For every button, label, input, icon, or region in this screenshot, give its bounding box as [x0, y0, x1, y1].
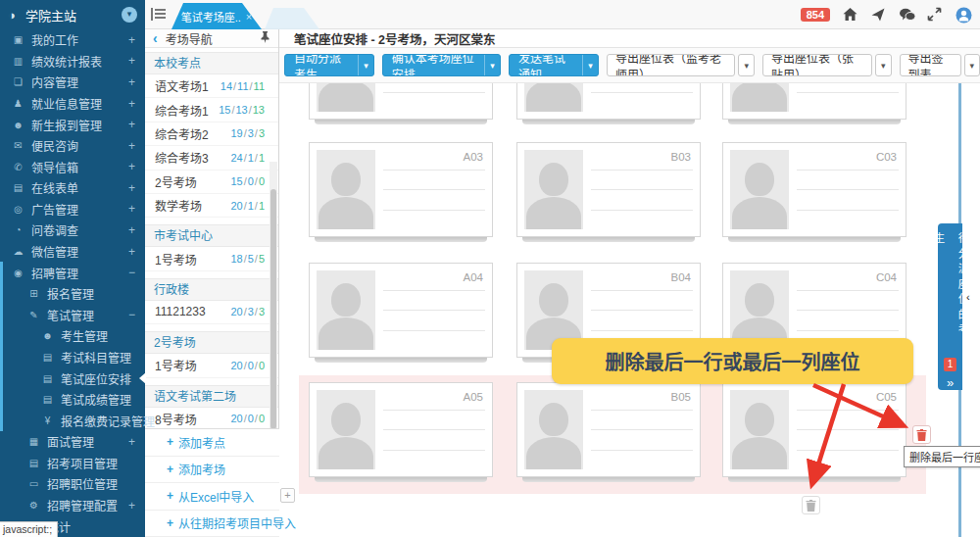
sidebar-item-seat-arrangement[interactable]: ▤笔试座位安排	[0, 367, 145, 389]
sidebar-item-wechat[interactable]: ☁微信管理+	[0, 241, 145, 263]
room-item[interactable]: 8号考场20/0/0	[145, 408, 278, 428]
import-from-past-projects-button[interactable]: +从往期招考项目中导入	[145, 511, 279, 537]
home-icon[interactable]	[842, 7, 858, 23]
sidebar-item-survey[interactable]: ◔问卷调查+	[0, 220, 145, 241]
add-room-button[interactable]: +添加考场	[145, 457, 279, 484]
seat-card[interactable]: C05	[722, 382, 906, 477]
caret-down-icon[interactable]: ▾	[964, 54, 980, 76]
seat-card[interactable]	[309, 83, 493, 120]
id-card-icon: ▭	[25, 478, 42, 489]
auto-assign-button[interactable]: 自动分派考生▾	[284, 54, 374, 76]
sidebar-item-leader-mailbox[interactable]: ✆领导信箱+	[0, 156, 145, 177]
sidebar-item-recruitment[interactable]: ◉招聘管理−	[0, 262, 145, 283]
caret-down-icon[interactable]: ▾	[484, 55, 500, 75]
pin-icon[interactable]	[260, 29, 270, 47]
seat-card[interactable]: A05	[309, 382, 493, 477]
room-item[interactable]: 综合考场219/3/3	[145, 122, 278, 146]
page-title: 笔试座位安排 - 2号考场，天河区棠东	[294, 29, 496, 48]
caret-down-icon[interactable]: ▾	[738, 54, 755, 76]
confirm-seating-button[interactable]: 确认本考场座位安排▾	[382, 54, 501, 76]
notification-badge[interactable]: 854	[801, 8, 830, 22]
sidebar-header[interactable]: ◑ 学院主站 ▾	[0, 0, 145, 29]
sidebar-item-performance-reports[interactable]: ▥绩效统计报表+	[0, 51, 145, 73]
export-seatmap-poster-button[interactable]: 导出座位表（张贴用）	[762, 54, 872, 76]
import-from-excel-button[interactable]: +从Excel中导入	[145, 483, 279, 511]
seat-card[interactable]: B05	[516, 382, 701, 477]
file-icon: ▤	[39, 373, 56, 384]
export-signin-sheet-button[interactable]: 导出签到表	[900, 54, 961, 76]
site-logo-icon: ◑	[8, 8, 25, 23]
expand-icon[interactable]	[927, 7, 944, 23]
sidebar-item-consult[interactable]: ✉便民咨询+	[0, 135, 145, 157]
sidebar-item-written-exam[interactable]: ✎笔试管理−	[0, 305, 145, 326]
close-icon[interactable]: ×	[246, 11, 252, 23]
tab-written-exam-seats[interactable]: 笔试考场座.. ×	[172, 3, 262, 29]
sidebar-item-exam-scores[interactable]: ▤笔试成绩管理	[0, 389, 145, 411]
sidebar-item-positions[interactable]: ▭招聘职位管理	[0, 473, 145, 495]
nav-scrollbar-thumb[interactable]	[270, 189, 276, 429]
seat-label: A03	[464, 151, 483, 163]
exam-room-nav-panel: ‹ 考场导航 本校考点 语文考场114/11/11 综合考场115/13/13 …	[145, 29, 279, 537]
sidebar-item-exam-projects[interactable]: ▤招考项目管理	[0, 453, 145, 474]
seat-card[interactable]: A04	[309, 263, 493, 358]
avatar-placeholder	[730, 390, 789, 469]
annotation-bubble: 删除最后一行或最后一列座位	[552, 338, 913, 384]
sidebar-item-online-forms[interactable]: ▤在线表单+	[0, 177, 145, 199]
plus-icon: +	[167, 435, 173, 449]
plus-icon: +	[167, 463, 173, 476]
sidebar-item-content[interactable]: ❏内容管理+	[0, 72, 145, 93]
room-item[interactable]: 1号考场18/5/5	[145, 247, 278, 270]
room-counts: 20/1/1	[230, 199, 265, 213]
unassigned-candidates-tab[interactable]: 待分派座位的考生 1 »	[938, 223, 962, 390]
sidebar-item-employment[interactable]: ♟就业信息管理+	[0, 93, 145, 115]
sidebar-item-recruit-config[interactable]: ⚙招聘管理配置+	[0, 495, 145, 516]
monitor-icon: ▣	[10, 34, 26, 45]
delete-last-column-button[interactable]	[802, 496, 820, 514]
plus-icon: +	[167, 489, 173, 503]
seat-card[interactable]: B03	[516, 142, 701, 237]
sidebar-item-payment-records[interactable]: ¥报名缴费记录管理	[0, 410, 145, 431]
room-item[interactable]: 2号考场15/0/0	[145, 171, 278, 194]
export-seatmap-invigilator-button[interactable]: 导出座位表（监考老师用）	[607, 54, 736, 76]
chevron-down-icon[interactable]: ▾	[122, 7, 137, 23]
expand-double-chevron-icon[interactable]: »	[947, 375, 954, 390]
caret-down-icon[interactable]: ▾	[875, 54, 892, 76]
back-chevron-icon[interactable]: ‹	[153, 31, 158, 45]
sidebar-item-ads[interactable]: ◎广告管理+	[0, 199, 145, 220]
caret-down-icon[interactable]: ▾	[582, 55, 598, 75]
delete-last-row-button[interactable]	[912, 425, 931, 444]
chat-bubble-icon: ☁	[10, 246, 26, 257]
venue-section-title: 语文考试第二场	[145, 385, 278, 408]
sidebar-item-candidates[interactable]: ☻考生管理	[0, 325, 145, 347]
room-item[interactable]: 数学考场20/1/1	[145, 194, 278, 218]
sidebar-item-newstudent[interactable]: ☻新生报到管理+	[0, 114, 145, 135]
sidebar-item-exam-subjects[interactable]: ▤考试科目管理	[0, 347, 145, 368]
add-venue-button[interactable]: +添加考点	[145, 429, 279, 457]
page-title-bar: 笔试座位安排 - 2号考场，天河区棠东	[279, 29, 980, 48]
room-item[interactable]: 综合考场324/1/1	[145, 146, 278, 170]
sidebar-item-mywork[interactable]: ▣我的工作+	[0, 29, 145, 51]
room-item[interactable]: 1112123320/3/3	[145, 301, 278, 324]
sidebar-toggle-icon[interactable]	[151, 8, 168, 21]
sidebar-item-interview[interactable]: ▦面试管理+	[0, 431, 145, 453]
send-notice-button[interactable]: 发送笔试通知▾	[509, 54, 599, 76]
user-avatar-icon[interactable]	[956, 7, 972, 23]
browser-status-text: javascript:;	[0, 521, 58, 537]
comments-icon[interactable]	[899, 7, 915, 23]
add-seat-button[interactable]: +	[280, 488, 295, 503]
sidebar-item-registration[interactable]: ⊞报名管理	[0, 283, 145, 305]
seat-label: A04	[464, 271, 483, 283]
megaphone-icon: ◎	[10, 204, 26, 215]
seat-card[interactable]	[516, 83, 701, 120]
caret-down-icon[interactable]: ▾	[358, 55, 373, 75]
room-item[interactable]: 1号考场20/0/0	[145, 354, 278, 377]
seat-label: C05	[876, 391, 897, 403]
seat-card[interactable]: C03	[722, 142, 906, 237]
collapse-chevron-icon[interactable]: ‹	[966, 291, 970, 303]
room-item[interactable]: 综合考场115/13/13	[145, 98, 278, 122]
seat-card[interactable]: A03	[309, 142, 493, 237]
mailbox-icon: ✆	[10, 162, 26, 172]
send-icon[interactable]	[870, 7, 887, 23]
room-item[interactable]: 语文考场114/11/11	[145, 74, 278, 98]
seat-card[interactable]	[722, 83, 906, 120]
